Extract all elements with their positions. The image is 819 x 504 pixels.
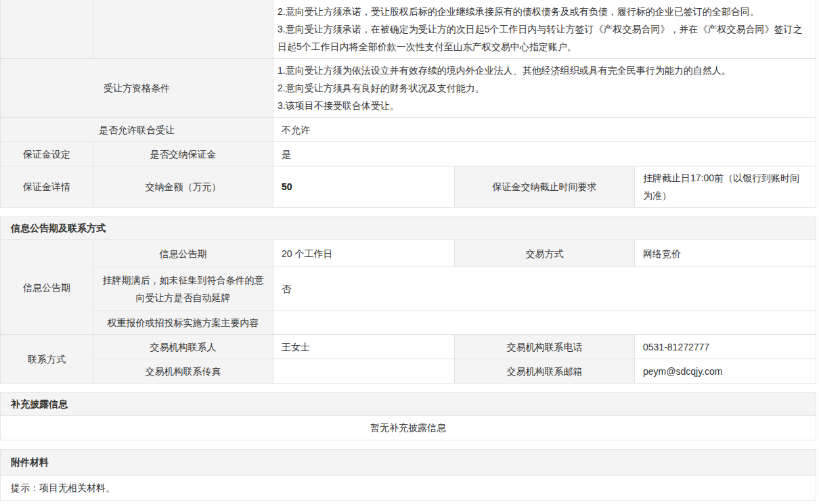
cell-qualification-value: 1.意向受让方须为依法设立并有效存续的境内外企业法人、其他经济组织或具有完全民事… bbox=[273, 59, 816, 118]
cell-auto-extend-label: 挂牌期满后，如未征集到符合条件的意向受让方是否自动延牌 bbox=[93, 267, 273, 311]
section-gap bbox=[0, 440, 819, 449]
cell-continued-sub-label bbox=[93, 0, 273, 59]
attachment-section-table: 附件材料 提示：项目无相关材料。 bbox=[0, 449, 816, 501]
announcement-contact-table: 信息公告期及联系方式 信息公告期 信息公告期 20 个工作日 交易方式 网络竞价… bbox=[0, 216, 816, 384]
cell-trade-method-value: 网络竞价 bbox=[635, 240, 816, 267]
cell-contact-phone-value: 0531-81272777 bbox=[635, 335, 816, 359]
cell-deposit-amount-label: 交纳金额（万元） bbox=[93, 166, 273, 208]
cell-deposit-required-label: 是否交纳保证金 bbox=[93, 142, 273, 166]
cell-deposit-required-value: 是 bbox=[273, 142, 816, 166]
cell-contact-fax-label: 交易机构联系传真 bbox=[93, 359, 273, 384]
transfer-conditions-table: 2.意向受让方须承诺，受让股权后标的企业继续承接原有的债权债务及或有负债，履行标… bbox=[0, 0, 816, 208]
cell-contact-fax-value bbox=[273, 359, 455, 384]
cell-contact-email-label: 交易机构联系邮箱 bbox=[455, 359, 635, 384]
cell-deposit-setting-group: 保证金设定 bbox=[1, 142, 93, 166]
cell-weight-quote-value bbox=[273, 311, 816, 335]
cell-contact-group: 联系方式 bbox=[1, 335, 93, 384]
cell-contact-person-value: 王女士 bbox=[273, 335, 455, 359]
cell-announcement-group: 信息公告期 bbox=[1, 240, 93, 335]
cell-period-label: 信息公告期 bbox=[93, 240, 273, 267]
attachment-section-title: 附件材料 bbox=[1, 450, 816, 476]
cell-contact-person-label: 交易机构联系人 bbox=[93, 335, 273, 359]
cell-joint-transfer-label: 是否允许联合受让 bbox=[1, 118, 273, 142]
cell-auto-extend-value: 否 bbox=[273, 267, 816, 311]
cell-deposit-detail-group: 保证金详情 bbox=[1, 166, 93, 208]
cell-transferee-commitment-value: 2.意向受让方须承诺，受让股权后标的企业继续承接原有的债权债务及或有负债，履行标… bbox=[273, 0, 816, 59]
section-gap bbox=[0, 208, 819, 216]
announcement-section-title: 信息公告期及联系方式 bbox=[1, 217, 816, 240]
section-gap bbox=[0, 384, 819, 392]
cell-trade-method-label: 交易方式 bbox=[455, 240, 635, 267]
supplement-section-title: 补充披露信息 bbox=[1, 393, 816, 416]
supplement-section-table: 补充披露信息 暂无补充披露信息 bbox=[0, 392, 816, 440]
cell-weight-quote-label: 权重报价或招投标实施方案主要内容 bbox=[93, 311, 273, 335]
cell-contact-phone-label: 交易机构联系电话 bbox=[455, 335, 635, 359]
cell-qualification-label: 受让方资格条件 bbox=[1, 59, 273, 118]
cell-deposit-deadline-value: 挂牌截止日17:00前（以银行到账时间为准） bbox=[635, 166, 816, 208]
attachment-hint-text: 提示：项目无相关材料。 bbox=[1, 476, 816, 501]
cell-contact-email-value: peym@sdcqjy.com bbox=[635, 359, 816, 384]
cell-period-value: 20 个工作日 bbox=[273, 240, 455, 267]
cell-deposit-deadline-label: 保证金交纳截止时间要求 bbox=[455, 166, 635, 208]
cell-deposit-amount-value: 50 bbox=[273, 166, 455, 208]
cell-joint-transfer-value: 不允许 bbox=[273, 118, 816, 142]
cell-continued-group-label bbox=[1, 0, 93, 59]
supplement-empty-text: 暂无补充披露信息 bbox=[1, 416, 816, 440]
